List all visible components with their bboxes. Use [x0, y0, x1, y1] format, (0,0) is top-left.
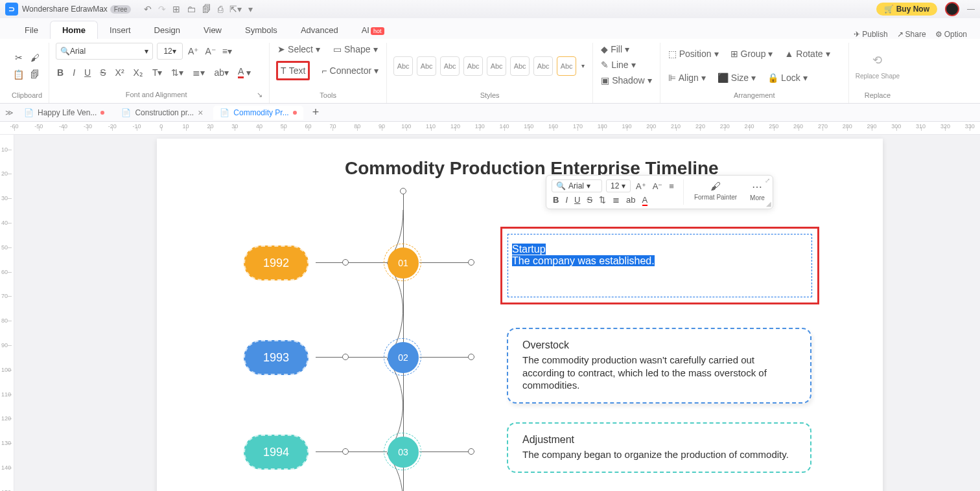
font-family-select[interactable]: 🔍 Arial▾	[56, 43, 153, 60]
publish-link[interactable]: ✈ Publish	[854, 30, 887, 39]
resize-corner-icon[interactable]: ◢	[766, 200, 771, 207]
text-tool[interactable]: T Text	[279, 64, 307, 77]
increase-font-icon[interactable]: A⁺	[187, 45, 200, 58]
expand-tabs-icon[interactable]: ≫	[5, 108, 14, 117]
connector-tool[interactable]: ⌐ Connector▾	[320, 61, 380, 80]
share-link[interactable]: ↗ Share	[897, 30, 926, 39]
rotate-menu[interactable]: ▲ Rotate▾	[783, 47, 831, 60]
year-pill[interactable]: 1993	[244, 340, 309, 375]
style-swatch[interactable]: Abc	[440, 56, 460, 76]
align-menu[interactable]: ⊫ Align▾	[667, 71, 707, 84]
float-strike-icon[interactable]: S	[585, 195, 594, 205]
cut-icon[interactable]: ✂	[14, 51, 24, 64]
style-swatch[interactable]: Abc	[510, 56, 530, 76]
group-menu[interactable]: ⊞ Group▾	[729, 47, 775, 60]
menu-ai[interactable]: AIhot	[350, 21, 396, 39]
new-tab-button[interactable]: +	[307, 106, 325, 119]
menu-insert[interactable]: Insert	[98, 21, 143, 39]
text-edit-box[interactable]: Startup The company was established.	[508, 234, 812, 297]
float-bold-icon[interactable]: B	[552, 195, 560, 205]
fill-menu[interactable]: ◆ Fill▾	[600, 43, 631, 56]
style-swatch[interactable]: Abc	[487, 56, 506, 76]
copy-icon[interactable]: 🗐	[29, 68, 41, 81]
position-menu[interactable]: ⬚ Position▾	[667, 47, 720, 60]
subscript-icon[interactable]: X₂	[132, 66, 145, 79]
desc-body-selected[interactable]: The company was established.	[512, 255, 655, 266]
font-size-select[interactable]: 12 ▾	[157, 43, 183, 60]
superscript-icon[interactable]: X²	[114, 66, 126, 79]
desc-box[interactable]: Overstock The commodity production wasn'…	[507, 328, 811, 404]
format-painter-icon[interactable]: 🖌	[29, 51, 41, 64]
redo-icon[interactable]: ↷	[158, 4, 166, 14]
replace-shape-icon[interactable]: ⟲	[871, 52, 883, 69]
lock-menu[interactable]: 🔒 Lock▾	[766, 71, 809, 84]
underline-icon[interactable]: U	[83, 66, 92, 79]
buy-now-button[interactable]: 🛒 Buy Now	[876, 3, 937, 16]
close-tab-icon[interactable]: ×	[198, 108, 203, 118]
minimize-icon[interactable]: —	[967, 5, 975, 14]
open-icon[interactable]: 🗀	[187, 4, 196, 14]
year-pill[interactable]: 1994	[244, 435, 309, 470]
style-swatch[interactable]: Abc	[463, 56, 483, 76]
float-highlight-icon[interactable]: ab	[625, 195, 636, 205]
float-spacing-icon[interactable]: ⇅	[598, 195, 607, 205]
style-swatch[interactable]: Abc	[393, 56, 413, 76]
option-link[interactable]: ⚙ Option	[935, 30, 967, 39]
menu-symbols[interactable]: Symbols	[233, 21, 289, 39]
menu-view[interactable]: View	[192, 21, 233, 39]
timeline-node[interactable]: 02	[388, 342, 419, 373]
doc-tab[interactable]: 📄 Construction pr... ×	[115, 105, 209, 120]
print-icon[interactable]: ⎙	[218, 4, 223, 14]
menu-design[interactable]: Design	[143, 21, 192, 39]
float-italic-icon[interactable]: I	[564, 195, 569, 205]
user-avatar[interactable]	[945, 2, 959, 16]
desc-box[interactable]: Adjustment The company began to organize…	[507, 422, 811, 473]
styles-more-icon[interactable]: ▾	[580, 61, 586, 71]
menu-home[interactable]: Home	[50, 21, 98, 39]
float-font-family[interactable]: 🔍 Arial ▾	[552, 179, 602, 192]
export-icon[interactable]: ⇱▾	[229, 4, 242, 14]
paste-icon[interactable]: 📋	[12, 68, 25, 81]
float-color-icon[interactable]: A	[641, 195, 649, 205]
float-align-icon[interactable]: ≡	[668, 181, 675, 191]
qat-more-icon[interactable]: ▾	[248, 4, 253, 14]
menu-advanced[interactable]: Advanced	[289, 21, 350, 39]
close-icon[interactable]: ⤢	[765, 177, 770, 184]
decrease-font-icon[interactable]: A⁻	[204, 45, 216, 58]
case-icon[interactable]: T▾	[151, 66, 164, 79]
align-menu-icon[interactable]: ≡▾	[221, 45, 233, 58]
highlight-icon[interactable]: ab▾	[213, 66, 230, 79]
float-dec-font-icon[interactable]: A⁻	[651, 181, 664, 191]
size-menu[interactable]: ⬛ Size▾	[716, 71, 757, 84]
bullets-icon[interactable]: ≣▾	[191, 66, 206, 79]
desc-title-selected[interactable]: Startup	[512, 244, 546, 255]
doc-tab[interactable]: 📄 Happy Life Ven...	[18, 106, 111, 120]
float-bullets-icon[interactable]: ≣	[611, 195, 621, 205]
undo-icon[interactable]: ↶	[144, 4, 152, 14]
save-icon[interactable]: 🗐	[202, 4, 211, 14]
format-painter-button[interactable]: 🖌 Format Painter	[689, 178, 742, 206]
canvas[interactable]: Commodity Production Enterprise Timeline…	[14, 135, 980, 491]
timeline-node[interactable]: 03	[388, 437, 419, 468]
strike-icon[interactable]: S	[99, 66, 107, 79]
style-swatch[interactable]: Abc	[557, 56, 576, 76]
italic-icon[interactable]: I	[71, 66, 76, 79]
line-spacing-icon[interactable]: ⇅▾	[170, 66, 185, 79]
float-underline-icon[interactable]: U	[573, 195, 581, 205]
shape-tool[interactable]: ▭ Shape▾	[332, 43, 379, 56]
select-tool[interactable]: ➤ Select▾	[276, 43, 321, 56]
float-inc-font-icon[interactable]: A⁺	[635, 181, 648, 191]
style-swatch[interactable]: Abc	[417, 56, 436, 76]
page[interactable]: Commodity Production Enterprise Timeline…	[157, 139, 883, 491]
new-icon[interactable]: ⊞	[172, 4, 180, 14]
timeline-node[interactable]: 01	[388, 247, 419, 279]
line-menu[interactable]: ✎ Line▾	[600, 58, 636, 71]
float-font-size[interactable]: 12 ▾	[606, 179, 631, 192]
menu-file[interactable]: File	[13, 21, 50, 39]
shadow-menu[interactable]: ▣ Shadow▾	[600, 74, 653, 87]
bold-icon[interactable]: B	[56, 66, 65, 79]
doc-tab[interactable]: 📄 Commodity Pr...	[213, 106, 303, 120]
font-color-icon[interactable]: A▾	[237, 65, 252, 80]
style-swatch[interactable]: Abc	[533, 56, 553, 76]
year-pill[interactable]: 1992	[244, 246, 309, 280]
